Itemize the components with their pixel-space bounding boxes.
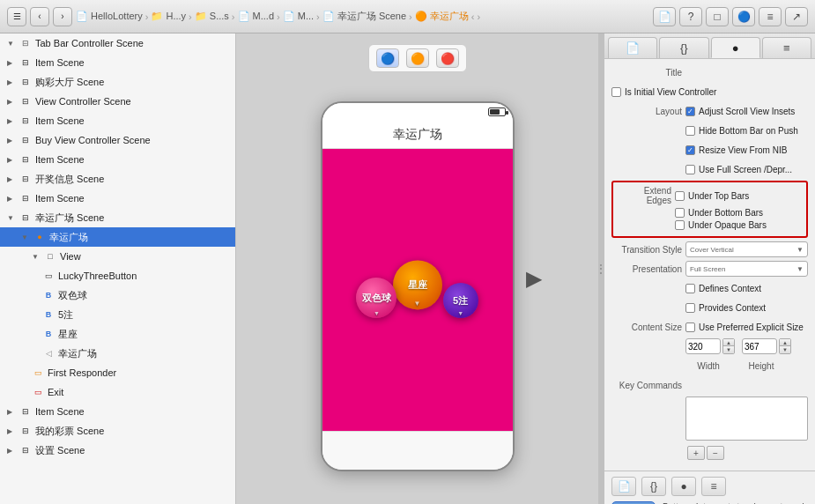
hide-bottom-bar-checkbox[interactable]: [685, 126, 695, 136]
height-stepper[interactable]: ▲ ▼: [779, 338, 791, 354]
presentation-value: Full Screen: [690, 265, 725, 273]
resize-view-checkbox[interactable]: [685, 145, 695, 155]
canvas-mode-btn-2[interactable]: 🟠: [406, 48, 429, 68]
nav-label-first-responder: First Responder: [48, 367, 116, 378]
shuangseqiu-button[interactable]: 双色球: [356, 278, 396, 318]
key-commands-area: [685, 397, 808, 441]
canvas-mode-btn-1[interactable]: 🔵: [376, 48, 399, 68]
forward-btn[interactable]: ›: [53, 7, 72, 26]
width-increment-btn[interactable]: ▲: [723, 339, 734, 346]
nav-label-view: View: [60, 251, 81, 262]
nav-label-item-scene-1: Item Scene: [35, 57, 85, 68]
nav-item-wode-scene[interactable]: ▶ ⊟ 我的彩票 Scene: [0, 421, 235, 441]
presentation-dropdown[interactable]: Full Screen ▼: [685, 261, 808, 277]
nav-item-item-scene-1[interactable]: ▶ ⊟ Item Scene: [0, 53, 235, 72]
layout-label: Layout: [611, 107, 682, 116]
wuzhu-button[interactable]: 5注: [443, 283, 478, 318]
inspector-tab-identity[interactable]: ●: [711, 37, 760, 58]
height-field-group: 367 ▲ ▼: [742, 338, 791, 354]
height-decrement-btn[interactable]: ▼: [780, 346, 790, 353]
is-initial-vc-checkbox[interactable]: [611, 87, 621, 97]
key-commands-label: Key Commands: [611, 381, 682, 390]
nav-item-exit[interactable]: ▭ Exit: [0, 382, 235, 402]
use-full-screen-checkbox[interactable]: [685, 165, 695, 174]
width-stepper[interactable]: ▲ ▼: [722, 338, 735, 354]
use-preferred-checkbox[interactable]: [685, 322, 695, 332]
transition-style-value: Cover Vertical: [690, 246, 734, 254]
nav-item-item-scene-4[interactable]: ▶ ⊟ Item Scene: [0, 189, 235, 208]
nav-item-item-scene-5[interactable]: ▶ ⊟ Item Scene: [0, 402, 235, 421]
nav-item-shezhi-scene[interactable]: ▶ ⊟ 设置 Scene: [0, 441, 235, 460]
bottom-tab-list[interactable]: ≡: [701, 477, 726, 496]
nav-item-first-responder[interactable]: ▭ First Responder: [0, 363, 235, 382]
nav-item-shuangseqiu[interactable]: B 双色球: [0, 285, 235, 305]
use-full-screen-row: Use Full Screen /Depr...: [611, 161, 808, 177]
nav-item-lucky-btn[interactable]: ▭ LuckyThreeButton: [0, 266, 235, 285]
file-icon-btn[interactable]: 📄: [653, 7, 676, 26]
nav-item-item-scene-2[interactable]: ▶ ⊟ Item Scene: [0, 111, 235, 130]
breadcrumb-item-2[interactable]: 📁 H...y: [151, 11, 186, 22]
nav-item-xingzuo[interactable]: B 星座: [0, 324, 235, 344]
inspector-tab-quick[interactable]: {}: [659, 37, 708, 58]
expand-arrow: ▶: [7, 175, 16, 183]
transition-style-label: Transition Style: [611, 245, 682, 255]
nav-item-xingfu-vc[interactable]: ▼ ● 幸运广场: [0, 227, 235, 247]
bottom-tab-file[interactable]: 📄: [611, 477, 636, 496]
debug-icon-btn[interactable]: ≡: [759, 7, 782, 26]
xingzuo-button[interactable]: 星座: [393, 260, 442, 309]
provides-context-label: Provides Context: [699, 303, 766, 313]
bottom-tab-quick[interactable]: {}: [641, 477, 666, 496]
inspector-tab-attr[interactable]: ≡: [762, 37, 811, 58]
nav-item-xingfu-scene[interactable]: ▼ ⊟ 幸运广场 Scene: [0, 208, 235, 227]
bottom-tab-dot[interactable]: ●: [671, 477, 696, 496]
breadcrumb-item-1[interactable]: 📄 HelloLottery: [76, 11, 143, 22]
width-field[interactable]: 320: [685, 338, 721, 354]
nav-label-wuzhu: 5注: [58, 308, 73, 322]
nav-item-buy-vc-scene[interactable]: ▶ ⊟ Buy View Controller Scene: [0, 130, 235, 150]
nav-item-caiting-scene[interactable]: ▶ ⊟ 购彩大厅 Scene: [0, 72, 235, 92]
xingfu-scene-icon: ⊟: [19, 211, 32, 224]
breadcrumb-item-current[interactable]: 🟠 幸运广场: [415, 10, 469, 23]
provides-context-checkbox[interactable]: [685, 303, 695, 313]
transition-style-dropdown[interactable]: Cover Vertical ▼: [685, 241, 808, 257]
breadcrumb-item-6[interactable]: 📄 幸运广场 Scene: [322, 10, 406, 23]
adjust-scroll-checkbox[interactable]: [685, 107, 695, 116]
nav-item-kaijang-scene[interactable]: ▶ ⊟ 开奖信息 Scene: [0, 169, 235, 189]
under-bottom-bars-checkbox[interactable]: [675, 208, 685, 218]
tabbar-scene-icon: ⊟: [19, 37, 32, 49]
nav-label-item-scene-3: Item Scene: [35, 154, 85, 165]
inspector-icon-btn[interactable]: □: [706, 7, 729, 26]
nav-item-wuzhu[interactable]: B 5注: [0, 305, 235, 324]
under-top-bars-checkbox[interactable]: [675, 191, 685, 201]
key-cmd-add-btn[interactable]: +: [687, 446, 705, 460]
nav-item-item-scene-3[interactable]: ▶ ⊟ Item Scene: [0, 150, 235, 169]
nav-label-item-scene-2: Item Scene: [35, 115, 85, 126]
sidebar-toggle-btn[interactable]: ☰: [7, 7, 26, 26]
breadcrumb-item-3[interactable]: 📁 S...s: [195, 11, 229, 22]
breadcrumb-item-5[interactable]: 📄 M...: [283, 11, 314, 22]
defines-context-checkbox[interactable]: [685, 284, 695, 293]
width-decrement-btn[interactable]: ▼: [723, 346, 734, 353]
expand-arrow: ▼: [21, 233, 30, 241]
presentation-label: Presentation: [611, 264, 682, 274]
key-cmd-remove-btn[interactable]: −: [707, 446, 724, 460]
resize-view-row: Resize View From NIB: [611, 142, 808, 158]
library-icon-btn[interactable]: 🔵: [732, 7, 755, 26]
fullscreen-icon-btn[interactable]: ↗: [785, 7, 808, 26]
nav-item-view[interactable]: ▼ □ View: [0, 247, 235, 266]
breadcrumb-item-4[interactable]: 📄 M...d: [238, 11, 275, 22]
back-btn[interactable]: ‹: [30, 7, 49, 26]
expand-arrow: ▶: [7, 137, 16, 145]
nav-item-xingfu-label[interactable]: ◁ 幸运广场: [0, 344, 235, 363]
layout-label-row: Layout Adjust Scroll View Insets: [611, 103, 808, 119]
height-increment-btn[interactable]: ▲: [780, 339, 790, 346]
extend-edges-bottom-row: Under Bottom Bars: [619, 208, 801, 218]
nav-item-vc-scene[interactable]: ▶ ⊟ View Controller Scene: [0, 92, 235, 111]
under-opaque-bars-checkbox[interactable]: [675, 220, 685, 230]
inspector-tab-file[interactable]: 📄: [608, 37, 657, 58]
help-icon-btn[interactable]: ?: [679, 7, 702, 26]
nav-item-tabbar-scene[interactable]: ▼ ⊟ Tab Bar Controller Scene: [0, 33, 235, 53]
height-field[interactable]: 367: [742, 338, 777, 354]
canvas-mode-btn-3[interactable]: 🔴: [436, 48, 459, 68]
nav-label-shuangseqiu: 双色球: [58, 289, 87, 302]
